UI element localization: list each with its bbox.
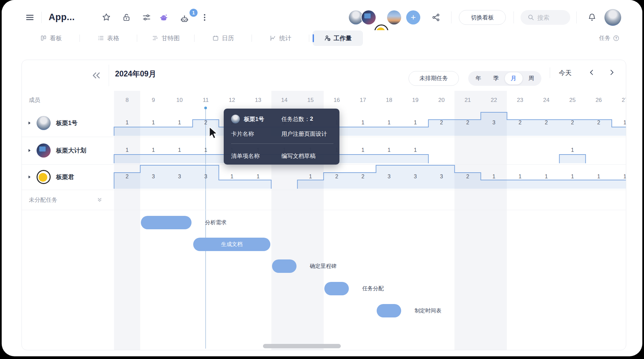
workload-value: 3 xyxy=(402,173,428,181)
row-separator xyxy=(22,210,626,210)
star-icon[interactable] xyxy=(102,13,111,22)
active-tab-indicator xyxy=(313,34,314,42)
horizontal-scrollbar[interactable] xyxy=(263,344,341,348)
day-header-10: 10 xyxy=(166,91,193,109)
day-header-21: 21 xyxy=(454,91,481,109)
tab-label: 工作量 xyxy=(334,34,352,42)
view-tabs-bar: 看板表格甘特图日历统计工作量 任务 ? xyxy=(2,30,642,47)
gantt-bar[interactable]: 生成文档 xyxy=(193,238,270,251)
expand-triangle-icon[interactable] xyxy=(28,148,32,153)
unlock-icon[interactable] xyxy=(122,13,131,22)
gantt-bar[interactable] xyxy=(141,216,192,229)
kanban-icon xyxy=(40,35,47,42)
member-avatar-egg[interactable] xyxy=(37,170,51,184)
tooltip-listitem-value: 编写文档草稿 xyxy=(281,152,316,160)
table-icon xyxy=(98,35,104,42)
expand-triangle-icon[interactable] xyxy=(28,121,32,125)
workload-value: 3 xyxy=(376,173,402,181)
magic-hat-ai-icon[interactable] xyxy=(159,13,168,22)
expand-triangle-icon[interactable] xyxy=(28,175,32,179)
user-avatar[interactable] xyxy=(604,9,621,26)
tab-workload[interactable]: 工作量 xyxy=(309,30,366,46)
workload-value: 2 xyxy=(350,173,376,181)
member-name: 板栗君 xyxy=(56,173,74,181)
app-title: App... xyxy=(49,12,75,22)
workload-value: 1 xyxy=(166,119,193,127)
tooltip-card-value: 用户注册页面设计 xyxy=(281,130,327,138)
workload-icon xyxy=(324,35,331,42)
filter-sliders-icon[interactable] xyxy=(142,13,151,22)
tasks-label-text: 任务 xyxy=(599,34,610,42)
workload-value: 2 xyxy=(428,119,454,127)
gantt-bar[interactable] xyxy=(324,282,349,295)
workload-value: 3 xyxy=(428,173,454,181)
add-member-button[interactable]: + xyxy=(406,10,420,24)
workload-value: 1 xyxy=(245,173,271,181)
gantt-bar[interactable] xyxy=(377,304,401,317)
share-icon[interactable] xyxy=(432,13,440,22)
workload-value: 1 xyxy=(140,119,166,127)
workload-panel: 2024年09月 未排期任务 年季月周 今天 成员891011121314151… xyxy=(21,60,626,350)
robot-assistant-icon[interactable] xyxy=(180,15,189,23)
gantt-bar[interactable] xyxy=(272,259,297,273)
workload-value: 1 xyxy=(559,146,586,154)
workload-value: 1 xyxy=(533,173,559,181)
switch-board-button[interactable]: 切换看板 xyxy=(459,10,506,25)
tooltip-total-value: 2 xyxy=(310,116,313,122)
tab-label: 甘特图 xyxy=(162,34,180,42)
view-tabs: 看板表格甘特图日历统计工作量 xyxy=(22,30,366,46)
bell-icon[interactable] xyxy=(588,13,596,22)
gantt-bar-label: 制定时间表 xyxy=(415,304,441,317)
workload-value: 1 xyxy=(193,146,219,154)
workload-value: 2 xyxy=(507,119,533,127)
tab-stats[interactable]: 统计 xyxy=(252,30,309,46)
robot-badge: 1 xyxy=(190,9,198,17)
svg-text:?: ? xyxy=(615,36,617,40)
tooltip-card-row: 卡片名称 用户注册页面设计 xyxy=(231,129,334,139)
workload-value: 2 xyxy=(533,119,559,127)
topbar-divider-1 xyxy=(451,11,451,23)
workload-value: 1 xyxy=(376,146,402,154)
member-avatar-husky[interactable] xyxy=(37,116,51,130)
workload-value: 2 xyxy=(114,173,140,181)
expand-double-chevron-icon[interactable] xyxy=(97,197,102,202)
tab-gantt[interactable]: 甘特图 xyxy=(137,30,194,46)
help-icon[interactable]: ? xyxy=(613,35,620,42)
tab-table[interactable]: 表格 xyxy=(80,30,137,46)
day-header-22: 22 xyxy=(481,91,507,109)
day-header-23: 23 xyxy=(507,91,533,109)
tooltip-listitem-row: 清单项名称 编写文档草稿 xyxy=(231,151,334,161)
search-box[interactable] xyxy=(521,10,570,25)
tooltip-avatar xyxy=(231,115,240,123)
search-input[interactable] xyxy=(537,10,568,25)
member-avatar-husky[interactable] xyxy=(349,10,363,24)
more-kebab-icon[interactable] xyxy=(200,13,209,22)
gantt-bar-label: 生成文档 xyxy=(193,238,270,251)
workload-value: 3 xyxy=(481,119,507,127)
workload-value: 1 xyxy=(298,173,324,181)
tooltip-card-label: 卡片名称 xyxy=(231,130,281,138)
member-avatar-sunset[interactable] xyxy=(387,10,401,24)
tab-calendar[interactable]: 日历 xyxy=(195,30,252,46)
workload-value: 1 xyxy=(140,146,166,154)
day-header-16: 16 xyxy=(324,91,350,109)
topbar-divider-3 xyxy=(576,11,577,23)
hamburger-menu-icon[interactable] xyxy=(25,13,34,22)
gantt-icon xyxy=(152,35,159,42)
member-name: 板栗1号 xyxy=(56,119,77,127)
unassigned-tasks-row[interactable]: 未分配任务 xyxy=(29,190,57,210)
workload-value: 2 xyxy=(586,119,612,127)
workload-value: 1 xyxy=(612,173,626,181)
day-header-8: 8 xyxy=(114,91,140,109)
gantt-bar-label: 分析需求 xyxy=(205,216,226,229)
workload-tooltip: 板栗1号 任务总数： 2 卡片名称 用户注册页面设计 清单项名称 编写文档草稿 xyxy=(224,109,339,165)
workload-value: 1 xyxy=(376,119,402,127)
workload-value: 1 xyxy=(114,146,140,154)
app-window: App... 1 + xyxy=(2,0,642,356)
tab-kanban[interactable]: 看板 xyxy=(22,30,79,46)
workload-value: 1 xyxy=(481,173,507,181)
member-avatar-workspace[interactable] xyxy=(37,143,51,158)
workload-value: 1 xyxy=(612,119,626,127)
calendar-icon xyxy=(212,35,219,42)
member-avatar-workspace[interactable] xyxy=(362,10,376,24)
